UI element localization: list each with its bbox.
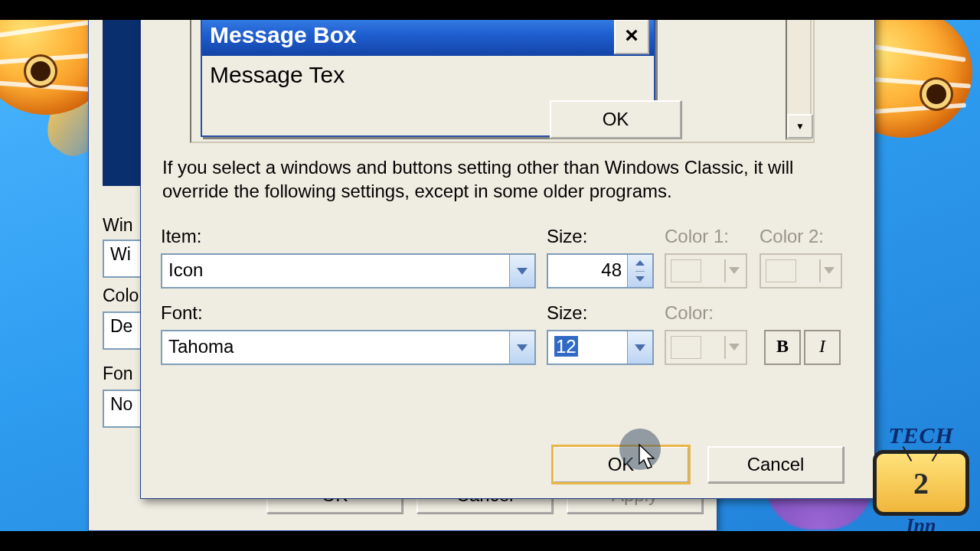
back-preview-panel bbox=[103, 2, 145, 186]
item-combobox[interactable]: Icon bbox=[161, 253, 536, 289]
color2-button bbox=[760, 253, 842, 289]
preview-scrollbar[interactable]: ▲ ▼ bbox=[786, 0, 812, 140]
spinner-down-icon[interactable] bbox=[635, 272, 645, 288]
color1-button bbox=[665, 253, 747, 289]
item-label: Item: bbox=[161, 226, 201, 247]
mouse-cursor-icon bbox=[639, 444, 660, 471]
bold-toggle[interactable]: B bbox=[764, 330, 801, 365]
item-size-label: Size: bbox=[547, 226, 587, 247]
preview-ok-button[interactable]: OK bbox=[550, 100, 681, 139]
appearance-preview: Window Text Message Box × Message Tex OK… bbox=[190, 0, 815, 143]
preview-message-box-title: Message Box bbox=[210, 22, 357, 48]
hint-text: If you select a windows and buttons sett… bbox=[162, 155, 845, 203]
item-size-spinner[interactable]: 48 bbox=[547, 253, 654, 289]
watermark-logo: TECH 2 Inn bbox=[873, 422, 969, 537]
font-combobox[interactable]: Tahoma bbox=[161, 330, 536, 365]
color2-label: Color 2: bbox=[760, 226, 824, 247]
scroll-down-button[interactable]: ▼ bbox=[787, 114, 813, 139]
font-size-label: Size: bbox=[547, 302, 587, 324]
chevron-down-icon: ▼ bbox=[795, 121, 805, 132]
svg-marker-0 bbox=[639, 445, 654, 468]
close-icon[interactable]: × bbox=[614, 19, 649, 54]
cancel-button[interactable]: Cancel bbox=[707, 446, 844, 483]
preview-message-box: Message Box × Message Tex OK bbox=[201, 13, 655, 137]
back-label-windows: Win bbox=[103, 215, 133, 236]
chevron-down-icon bbox=[627, 331, 652, 364]
advanced-appearance-dialog: Window Text Message Box × Message Tex OK… bbox=[140, 0, 875, 499]
italic-toggle[interactable]: I bbox=[804, 330, 841, 365]
chevron-down-icon bbox=[509, 331, 534, 364]
font-label: Font: bbox=[161, 302, 203, 324]
spinner-up-icon[interactable] bbox=[635, 255, 645, 272]
back-label-font: Fon bbox=[103, 364, 133, 384]
font-color-button bbox=[665, 330, 747, 365]
font-color-label: Color: bbox=[665, 302, 714, 324]
back-label-color: Colo bbox=[103, 285, 139, 306]
chevron-down-icon bbox=[509, 255, 534, 287]
preview-message-text-label: Message Tex bbox=[210, 62, 345, 87]
font-size-combobox[interactable]: 12 bbox=[547, 330, 654, 365]
color1-label: Color 1: bbox=[665, 226, 729, 247]
